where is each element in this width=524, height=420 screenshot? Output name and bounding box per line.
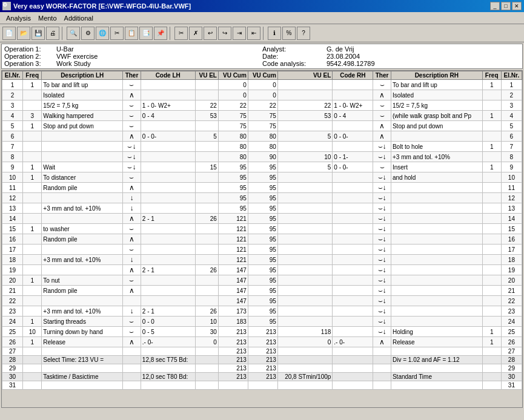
table-row[interactable]: 16Random pile∧12195⌣↓16 <box>2 234 522 244</box>
cell-vuCumLH: 213 <box>218 337 248 347</box>
tb-save[interactable]: 💾 <box>32 27 45 40</box>
tb-undo[interactable]: ↩ <box>204 27 217 40</box>
cell-freq <box>23 255 42 265</box>
table-row[interactable]: 12↓9595⌣↓12 <box>2 193 522 203</box>
cell-therLH: ⌣ <box>123 327 141 337</box>
cell-vuCumLH: 80 <box>218 152 248 162</box>
table-row[interactable]: 21Random pile∧14795⌣↓21 <box>2 286 522 296</box>
toolbar-sep-2 <box>170 27 172 40</box>
cell-vuEl: 26 <box>195 306 218 317</box>
table-row[interactable]: 261Release∧.- 0-02132130.- 0-∧Release126 <box>2 337 522 347</box>
table-row[interactable]: 18+3 mm and tol. +10%↓12195⌣↓18 <box>2 255 522 265</box>
table-row[interactable]: 3131 <box>2 381 522 390</box>
cell-therLH: ↓ <box>123 255 141 265</box>
cell-freq: 1 <box>23 224 42 234</box>
table-scroll[interactable]: El.Nr. Freq Description LH Ther Code LH … <box>2 71 522 407</box>
table-row[interactable]: 19∧2 - 12614795⌣↓19 <box>2 265 522 275</box>
cell-codeLH <box>141 286 195 296</box>
tb-btn7[interactable]: 🌐 <box>96 27 109 40</box>
table-row[interactable]: 2214795⌣↓22 <box>2 296 522 306</box>
table-body: 11To bar and lift up⌣00⌣To bar and lift … <box>2 80 522 390</box>
table-row[interactable]: 14∧2 - 12612195⌣↓14 <box>2 214 522 224</box>
cell-descRH: Isolated <box>391 90 482 100</box>
tb-info[interactable]: ℹ <box>268 27 281 40</box>
cell-vuEl: 5 <box>195 131 218 142</box>
table-row[interactable]: 13+3 mm and tol. +10%↓9595⌣↓13 <box>2 203 522 214</box>
table-row[interactable]: 101To distancer⌣9595⌣↓and hold10 <box>2 172 522 183</box>
analyst-value: G. de Vrij <box>327 45 354 53</box>
table-row[interactable]: 2Isolated∧00∧Isolated2 <box>2 90 522 100</box>
date-value: 23.08.2004 <box>327 53 360 60</box>
cell-vuCum: 95 <box>248 275 277 286</box>
table-row[interactable]: 17⌣12195⌣↓17 <box>2 244 522 255</box>
table-row[interactable]: 6∧0 - 0-5808050 - 0-∧6 <box>2 131 522 142</box>
table-row[interactable]: 23+3 mm and tol. +10%↓2 - 12617395⌣↓23 <box>2 306 522 317</box>
cell-codeLH: 12,0 sec T80 Bd: <box>141 373 195 381</box>
close-button[interactable]: ✕ <box>512 2 522 10</box>
title-bar-buttons[interactable]: _ □ ✕ <box>490 2 522 10</box>
cell-elNrR: 2 <box>501 90 522 100</box>
tb-btn10[interactable]: 📑 <box>139 27 153 40</box>
tb-btn17[interactable]: ⇤ <box>247 27 260 40</box>
cell-codeLH <box>141 90 195 100</box>
menu-mento[interactable]: Mento <box>35 14 61 22</box>
tb-percent[interactable]: % <box>282 27 296 40</box>
cell-descRH: (while walk grasp bolt and Pp <box>391 111 482 121</box>
minimize-button[interactable]: _ <box>490 2 500 10</box>
cell-freq <box>23 286 42 296</box>
table-row[interactable]: 2510Turning down by hand⌣0 - 53021321311… <box>2 327 522 337</box>
maximize-button[interactable]: □ <box>501 2 511 10</box>
table-row[interactable]: 2721321327 <box>2 347 522 356</box>
tb-btn8[interactable]: ✂ <box>110 27 124 40</box>
cell-freqR <box>482 381 501 390</box>
tb-new[interactable]: 📄 <box>2 27 16 40</box>
cell-descLH: Turning down by hand <box>42 327 123 337</box>
cell-descRH: Stop and put down <box>391 121 482 131</box>
table-row[interactable]: 201To nut⌣14795⌣↓20 <box>2 275 522 286</box>
cell-therRH: ⌣↓ <box>373 255 391 265</box>
cell-vuEl <box>195 234 218 244</box>
tb-redo[interactable]: ↪ <box>218 27 231 40</box>
tb-help[interactable]: ? <box>297 27 310 40</box>
table-row[interactable]: 7⌣↓8080⌣↓Bolt to hole17 <box>2 142 522 152</box>
cell-elNrR: 11 <box>501 183 522 193</box>
cell-elNrR: 30 <box>501 373 522 381</box>
table-row[interactable]: 28Select Time: 213 VU =12,8 sec T75 Bd:2… <box>2 356 522 364</box>
tb-btn5[interactable]: 🔍 <box>67 27 80 40</box>
tb-btn6[interactable]: ⚙ <box>81 27 95 40</box>
tb-btn12[interactable]: ✂ <box>174 27 188 40</box>
cell-codeRH <box>333 80 373 90</box>
table-row[interactable]: 241Starting threads⌣0 - 01018395⌣↓24 <box>2 317 522 327</box>
tb-btn16[interactable]: ⇥ <box>233 27 246 40</box>
menu-additional[interactable]: Additional <box>61 14 97 22</box>
menu-analysis[interactable]: Analysis <box>2 14 35 22</box>
table-row[interactable]: 8⌣↓8090100 - 1-⌣↓+3 mm and tol. +10%8 <box>2 152 522 162</box>
table-row[interactable]: 30Tasktime / Basictime12,0 sec T80 Bd:21… <box>2 373 522 381</box>
cell-vuEl <box>195 364 218 373</box>
th-descLH: Description LH <box>42 71 123 80</box>
cell-elNr: 14 <box>2 214 23 224</box>
cell-descLH: To distancer <box>42 172 123 183</box>
cell-vuCumLH <box>218 381 248 390</box>
table-row[interactable]: 315/2 = 7,5 kg⌣1 - 0- W2+222222221 - 0- … <box>2 100 522 111</box>
cell-therLH: ⌣ <box>123 275 141 286</box>
cell-elNrR: 16 <box>501 234 522 244</box>
cell-descLH <box>42 244 123 255</box>
tb-print[interactable]: 🖨 <box>46 27 59 40</box>
cell-therRH: ⌣↓ <box>373 193 391 203</box>
table-row[interactable]: 2921321329 <box>2 364 522 373</box>
table-row[interactable]: 11To bar and lift up⌣00⌣To bar and lift … <box>2 80 522 90</box>
tb-cut[interactable]: ✗ <box>189 27 202 40</box>
tb-btn9[interactable]: 📋 <box>125 27 138 40</box>
table-row[interactable]: 51Stop and put down⌣7575∧Stop and put do… <box>2 121 522 131</box>
cell-codeLH <box>141 80 195 90</box>
tb-open[interactable]: 📂 <box>17 27 30 40</box>
cell-freq: 1 <box>23 275 42 286</box>
table-row[interactable]: 11Random pile∧9595⌣↓11 <box>2 183 522 193</box>
cell-vuElR <box>277 347 333 356</box>
table-row[interactable]: 151to washer⌣12195⌣↓15 <box>2 224 522 234</box>
tb-btn11[interactable]: 📌 <box>154 27 167 40</box>
table-row[interactable]: 43Walking hampered⌣0 - 4537575530 - 4⌣(w… <box>2 111 522 121</box>
table-row[interactable]: 91Wait⌣↓15959550 - 0-⌣Insert19 <box>2 162 522 172</box>
cell-descLH: Walking hampered <box>42 111 123 121</box>
